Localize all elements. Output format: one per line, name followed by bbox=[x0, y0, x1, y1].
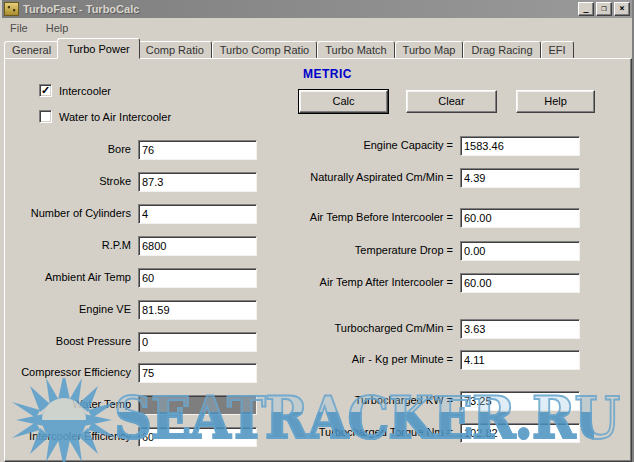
tab-drag-racing[interactable]: Drag Racing bbox=[463, 41, 540, 59]
tab-turbo-match[interactable]: Turbo Match bbox=[317, 41, 394, 59]
app-window: TurboFast - TurboCalc _ ❐ × File Help Ge… bbox=[0, 0, 634, 462]
water-intercooler-checkbox-row: Water to Air Intercooler bbox=[39, 110, 171, 123]
engine-ve-label: Engine VE bbox=[79, 303, 131, 315]
temperature-drop-label: Temperature Drop = bbox=[355, 244, 453, 256]
field-row: Bore bbox=[138, 140, 257, 160]
field-row: Engine VE bbox=[138, 300, 257, 320]
naturally-aspirated-cmmin-output[interactable] bbox=[460, 168, 580, 188]
turbocharged-kw-label: Turbocharged KW = bbox=[355, 394, 453, 406]
field-row: Ambient Air Temp bbox=[138, 268, 257, 288]
field-row: Air - Kg per Minute = bbox=[460, 350, 580, 370]
bore-input[interactable] bbox=[138, 140, 257, 160]
ambient-air-temp-input[interactable] bbox=[138, 268, 257, 288]
rpm-input[interactable] bbox=[138, 236, 257, 256]
field-row: R.P.M bbox=[138, 236, 257, 256]
minimize-button[interactable]: _ bbox=[578, 2, 594, 16]
temperature-drop-output[interactable] bbox=[460, 241, 580, 261]
field-row: Stroke bbox=[138, 172, 257, 192]
metric-mode-label: METRIC bbox=[303, 67, 352, 81]
calc-button[interactable]: Calc bbox=[299, 90, 388, 113]
menu-bar: File Help bbox=[2, 18, 632, 37]
naturally-aspirated-cmmin-label: Naturally Aspirated Cm/Min = bbox=[310, 171, 453, 183]
menu-file[interactable]: File bbox=[8, 21, 30, 35]
stroke-label: Stroke bbox=[99, 175, 131, 187]
clear-button[interactable]: Clear bbox=[406, 90, 497, 113]
turbocharged-cmmin-label: Turbocharged Cm/Min = bbox=[334, 322, 453, 334]
air-temp-after-intercooler-output[interactable] bbox=[460, 273, 580, 293]
field-row: Naturally Aspirated Cm/Min = bbox=[460, 168, 580, 188]
field-row: Intercooler Efficiency bbox=[138, 427, 257, 447]
app-icon bbox=[4, 2, 19, 16]
stroke-input[interactable] bbox=[138, 172, 257, 192]
field-row: Water Temp bbox=[138, 395, 257, 415]
field-row: Turbocharged Cm/Min = bbox=[460, 319, 580, 339]
tab-strip: General Turbo Power Comp Ratio Turbo Com… bbox=[4, 38, 628, 59]
field-row: Engine Capacity = bbox=[460, 136, 580, 156]
field-row: Air Temp After Intercooler = bbox=[460, 273, 580, 293]
air-kg-per-minute-label: Air - Kg per Minute = bbox=[352, 353, 453, 365]
boost-pressure-label: Boost Pressure bbox=[56, 335, 131, 347]
tab-turbo-power[interactable]: Turbo Power bbox=[57, 38, 140, 59]
turbocharged-kw-output[interactable] bbox=[460, 391, 580, 411]
intercooler-checkbox-label: Intercooler bbox=[59, 85, 111, 97]
intercooler-checkbox[interactable]: ✓ bbox=[39, 84, 52, 97]
air-temp-before-intercooler-output[interactable] bbox=[460, 208, 580, 228]
water-temp-input bbox=[138, 395, 257, 415]
turbo-power-panel: METRIC ✓ Intercooler Water to Air Interc… bbox=[4, 58, 632, 462]
intercooler-checkbox-row: ✓ Intercooler bbox=[39, 84, 111, 97]
bore-label: Bore bbox=[108, 143, 131, 155]
rpm-label: R.P.M bbox=[102, 239, 131, 251]
close-button[interactable]: × bbox=[614, 2, 630, 16]
compressor-efficiency-label: Compressor Efficiency bbox=[21, 366, 131, 378]
field-row: Turbocharged Torque Nm = bbox=[460, 423, 580, 443]
field-row: Temperature Drop = bbox=[460, 241, 580, 261]
window-title: TurboFast - TurboCalc bbox=[23, 3, 578, 15]
maximize-button[interactable]: ❐ bbox=[596, 2, 612, 16]
compressor-efficiency-input[interactable] bbox=[138, 363, 257, 383]
ambient-air-temp-label: Ambient Air Temp bbox=[45, 271, 131, 283]
intercooler-efficiency-input[interactable] bbox=[138, 427, 257, 447]
tab-comp-ratio[interactable]: Comp Ratio bbox=[138, 41, 212, 59]
tab-efi[interactable]: EFI bbox=[541, 41, 574, 59]
water-to-air-intercooler-checkbox[interactable] bbox=[39, 110, 52, 123]
field-row: Air Temp Before Intercooler = bbox=[460, 208, 580, 228]
engine-capacity-output[interactable] bbox=[460, 136, 580, 156]
tab-turbo-comp-ratio[interactable]: Turbo Comp Ratio bbox=[212, 41, 317, 59]
air-kg-per-minute-output[interactable] bbox=[460, 350, 580, 370]
title-bar: TurboFast - TurboCalc _ ❐ × bbox=[2, 0, 632, 18]
number-of-cylinders-label: Number of Cylinders bbox=[31, 207, 131, 219]
field-row: Turbocharged KW = bbox=[460, 391, 580, 411]
number-of-cylinders-input[interactable] bbox=[138, 204, 257, 224]
water-to-air-intercooler-checkbox-label: Water to Air Intercooler bbox=[59, 111, 171, 123]
menu-help[interactable]: Help bbox=[44, 21, 71, 35]
turbocharged-torque-nm-output[interactable] bbox=[460, 423, 580, 443]
field-row: Boost Pressure bbox=[138, 332, 257, 352]
checkmark-icon: ✓ bbox=[41, 84, 50, 96]
water-temp-label: Water Temp bbox=[72, 398, 131, 410]
turbocharged-torque-nm-label: Turbocharged Torque Nm = bbox=[319, 426, 453, 438]
engine-ve-input[interactable] bbox=[138, 300, 257, 320]
tab-general[interactable]: General bbox=[4, 41, 59, 59]
intercooler-efficiency-label: Intercooler Efficiency bbox=[29, 430, 131, 442]
tab-turbo-map[interactable]: Turbo Map bbox=[395, 41, 464, 59]
air-temp-before-intercooler-label: Air Temp Before Intercooler = bbox=[310, 211, 453, 223]
help-button[interactable]: Help bbox=[516, 90, 595, 113]
engine-capacity-label: Engine Capacity = bbox=[363, 139, 453, 151]
field-row: Compressor Efficiency bbox=[138, 363, 257, 383]
field-row: Number of Cylinders bbox=[138, 204, 257, 224]
boost-pressure-input[interactable] bbox=[138, 332, 257, 352]
air-temp-after-intercooler-label: Air Temp After Intercooler = bbox=[320, 276, 453, 288]
turbocharged-cmmin-output[interactable] bbox=[460, 319, 580, 339]
